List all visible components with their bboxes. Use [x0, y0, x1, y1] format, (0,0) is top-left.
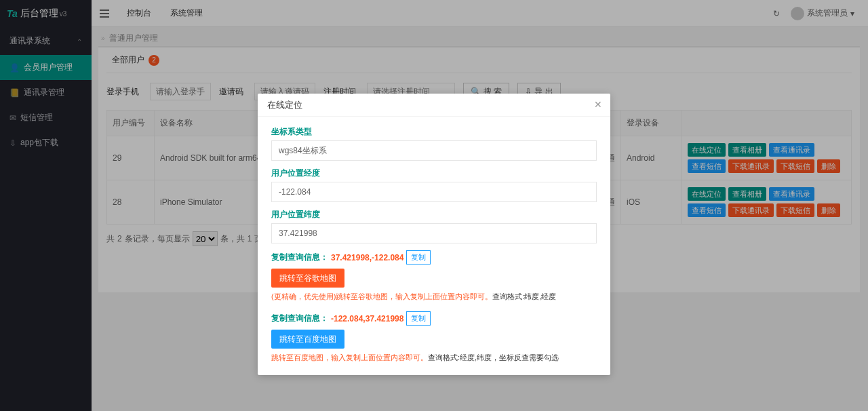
modal-title: 在线定位	[258, 94, 610, 117]
copy2-label: 复制查询信息：	[271, 313, 328, 324]
copy1-label: 复制查询信息：	[271, 252, 328, 263]
lng-input[interactable]	[271, 182, 597, 202]
locate-modal: 在线定位 ✕ 坐标系类型 用户位置经度 用户位置纬度 复制查询信息： 37.42…	[258, 94, 610, 375]
google-hint: (更精确，优先使用)跳转至谷歌地图，输入复制上面位置内容即可。查询格式:纬度,经…	[271, 292, 597, 302]
coord-system-input[interactable]	[271, 140, 597, 161]
copy2-button[interactable]: 复制	[406, 311, 431, 326]
baidu-hint: 跳转至百度地图，输入复制上面位置内容即可。查询格式:经度,纬度，坐标反查需要勾选	[271, 353, 597, 363]
copy1-value: 37.421998,-122.084	[331, 253, 403, 262]
copy2-value: -122.084,37.421998	[331, 314, 403, 324]
close-icon[interactable]: ✕	[594, 99, 602, 110]
lng-label: 用户位置经度	[271, 168, 597, 179]
google-map-button[interactable]: 跳转至谷歌地图	[271, 269, 344, 288]
coord-system-label: 坐标系类型	[271, 126, 597, 138]
copy1-button[interactable]: 复制	[406, 250, 431, 265]
lat-label: 用户位置纬度	[271, 209, 597, 220]
baidu-map-button[interactable]: 跳转至百度地图	[271, 330, 344, 349]
lat-input[interactable]	[271, 223, 597, 243]
